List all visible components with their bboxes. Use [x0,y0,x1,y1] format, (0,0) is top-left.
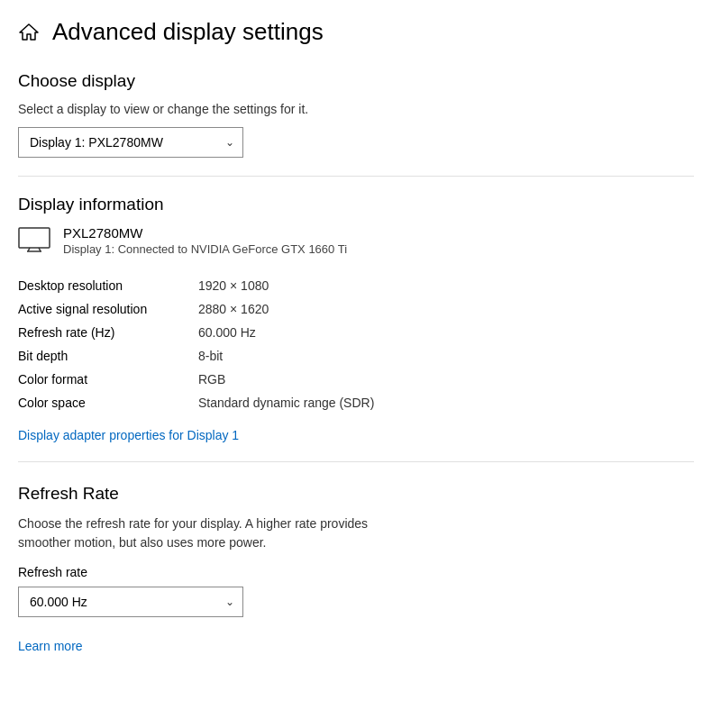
display-information-section: Display information PXL2780MW Display 1:… [18,195,694,443]
table-row: Refresh rate (Hz)60.000 Hz [18,321,694,344]
svg-rect-0 [19,228,50,248]
info-label: Color format [18,368,198,391]
table-row: Bit depth8-bit [18,344,694,368]
table-row: Active signal resolution2880 × 1620 [18,297,694,321]
refresh-rate-label: Refresh rate [18,565,694,579]
table-row: Color formatRGB [18,368,694,391]
table-row: Color spaceStandard dynamic range (SDR) [18,391,694,414]
display-card: PXL2780MW Display 1: Connected to NVIDIA… [18,225,694,256]
info-value: 60.000 Hz [198,321,694,344]
info-label: Color space [18,391,198,414]
info-value: 2880 × 1620 [198,297,694,321]
display-info-table: Desktop resolution1920 × 1080Active sign… [18,274,694,414]
display-select-wrapper: Display 1: PXL2780MW ⌄ [18,127,243,158]
refresh-rate-section: Refresh Rate Choose the refresh rate for… [18,484,694,617]
refresh-rate-select[interactable]: 60.000 Hz [18,587,243,617]
divider-1 [18,176,694,177]
info-value: RGB [198,368,694,391]
display-monitor-sub: Display 1: Connected to NVIDIA GeForce G… [63,242,347,256]
info-value: 8-bit [198,344,694,368]
refresh-rate-select-wrapper: 60.000 Hz ⌄ [18,587,243,617]
choose-display-subtitle: Select a display to view or change the s… [18,102,694,116]
adapter-properties-link[interactable]: Display adapter properties for Display 1 [18,428,239,442]
refresh-rate-description: Choose the refresh rate for your display… [18,514,397,552]
info-label: Active signal resolution [18,297,198,321]
display-info-title: Display information [18,195,694,214]
refresh-rate-title: Refresh Rate [18,484,694,504]
page-title: Advanced display settings [52,18,324,46]
page-container: Advanced display settings Choose display… [0,0,721,680]
learn-more-link[interactable]: Learn more [18,639,694,653]
header: Advanced display settings [18,18,694,46]
info-label: Refresh rate (Hz) [18,321,198,344]
display-card-text: PXL2780MW Display 1: Connected to NVIDIA… [63,225,347,256]
divider-2 [18,461,694,462]
info-label: Desktop resolution [18,274,198,297]
info-value: 1920 × 1080 [198,274,694,297]
info-value: Standard dynamic range (SDR) [198,391,694,414]
table-row: Desktop resolution1920 × 1080 [18,274,694,297]
choose-display-title: Choose display [18,71,694,91]
display-monitor-name: PXL2780MW [63,225,347,241]
monitor-icon [18,227,50,256]
info-label: Bit depth [18,344,198,368]
choose-display-section: Choose display Select a display to view … [18,71,694,158]
home-icon[interactable] [18,22,40,43]
display-select[interactable]: Display 1: PXL2780MW [18,127,243,158]
